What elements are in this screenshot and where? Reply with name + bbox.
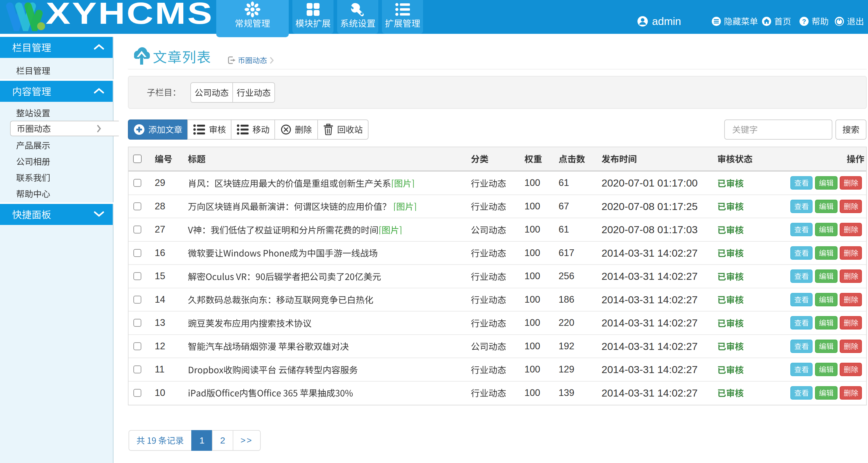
svg-text:?: ?: [802, 18, 806, 25]
